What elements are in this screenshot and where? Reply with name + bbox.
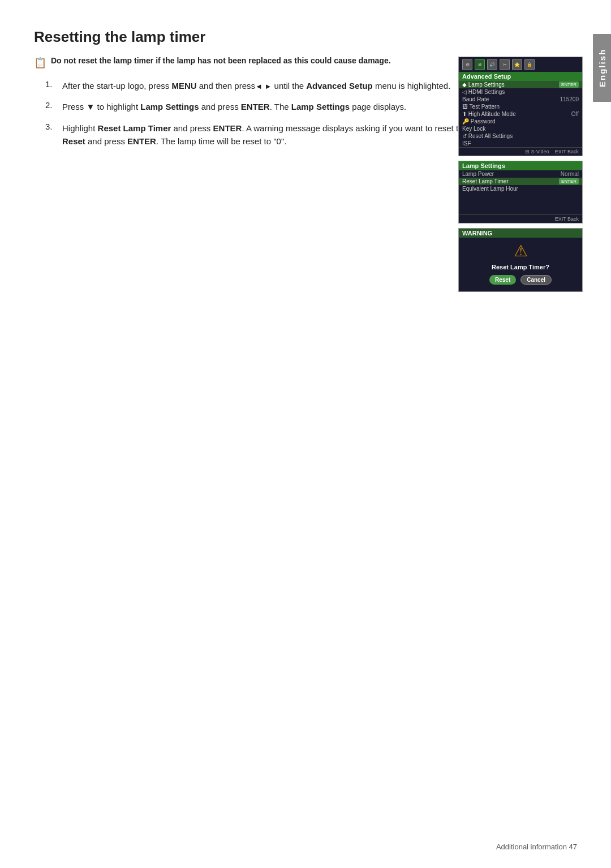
- english-language-tab: English: [593, 34, 611, 102]
- lamp-item-reset: Reset Lamp Timer ENTER: [459, 178, 582, 185]
- warning-dialog-screenshot: WARNING ⚠ Reset Lamp Timer? Reset Cancel: [458, 228, 583, 292]
- lamp-settings-screenshot: Lamp Settings Lamp Power Normal Reset La…: [458, 161, 583, 224]
- warning-dialog-body: ⚠ Reset Lamp Timer? Reset Cancel: [459, 238, 582, 288]
- advanced-setup-screenshot: ⚙ 🖥 🔊 ✂ ⭐ 🔒 Advanced Setup ◆ Lamp Settin…: [458, 57, 583, 156]
- lamp-settings-header: Lamp Settings: [459, 161, 582, 170]
- warning-dialog-header: WARNING: [459, 229, 582, 238]
- menu-icons-row: ⚙ 🖥 🔊 ✂ ⭐ 🔒: [459, 57, 582, 72]
- menu-item-altitude: ⬆ High Altitude Mode Off: [459, 110, 582, 118]
- menu-item-hdmi: ◁ HDMI Settings: [459, 88, 582, 96]
- step-1-num: 1.: [45, 79, 57, 89]
- lamp-settings-footer: EXIT Back: [459, 214, 582, 223]
- lamp-empty-3: [459, 207, 582, 214]
- menu-item-password: 🔑 Password: [459, 118, 582, 125]
- icon-4: ✂: [500, 59, 510, 70]
- warning-dialog-buttons: Reset Cancel: [489, 275, 552, 285]
- cancel-button[interactable]: Cancel: [520, 275, 552, 285]
- warning-note-text: Do not reset the lamp timer if the lamp …: [51, 56, 391, 65]
- icon-3: 🔊: [487, 59, 497, 70]
- step-1-text: After the start-up logo, press MENU and …: [62, 79, 450, 92]
- menu-item-keylock: Key Lock: [459, 125, 582, 132]
- warning-triangle-icon: ⚠: [514, 243, 528, 259]
- menu-item-isf: ISF: [459, 140, 582, 147]
- page-title: Resetting the lamp timer: [34, 28, 566, 46]
- menu-item-reset-all: ↺ Reset All Settings: [459, 132, 582, 140]
- menu-item-test: 🖼 Test Pattern: [459, 103, 582, 110]
- menu-item-baud: Baud Rate 115200: [459, 96, 582, 103]
- lamp-item-power: Lamp Power Normal: [459, 170, 582, 178]
- lamp-item-hour: Equivalent Lamp Hour: [459, 185, 582, 192]
- reset-lamp-timer-button[interactable]: Reset: [489, 275, 516, 285]
- icon-1: ⚙: [462, 59, 472, 70]
- menu-item-lamp-settings: ◆ Lamp Settings ENTER: [459, 81, 582, 88]
- step-2-num: 2.: [45, 100, 57, 110]
- advanced-setup-header: Advanced Setup: [459, 72, 582, 81]
- lamp-empty-2: [459, 200, 582, 207]
- icon-6: 🔒: [524, 59, 535, 70]
- advanced-setup-footer: ⊞ S-Video EXIT Back: [459, 147, 582, 156]
- page-footer: Additional information 47: [496, 843, 577, 851]
- step-2-text: Press ▼ to highlight Lamp Settings and p…: [62, 100, 406, 113]
- step-3-num: 3.: [45, 122, 57, 131]
- lamp-empty-1: [459, 192, 582, 200]
- note-icon: 📋: [34, 57, 46, 69]
- icon-2: 🖥: [475, 59, 485, 70]
- warning-question-text: Reset Lamp Timer?: [492, 264, 549, 270]
- screenshots-panel: ⚙ 🖥 🔊 ✂ ⭐ 🔒 Advanced Setup ◆ Lamp Settin…: [458, 57, 583, 292]
- icon-5: ⭐: [512, 59, 522, 70]
